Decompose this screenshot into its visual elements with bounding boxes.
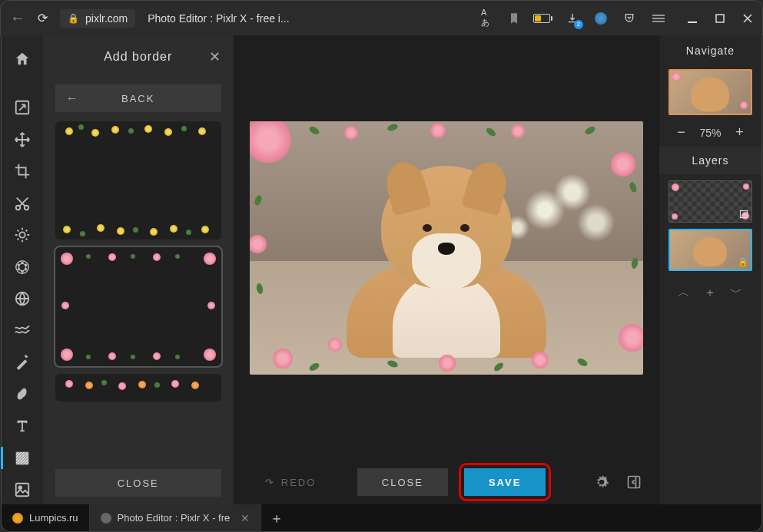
window-buttons [687, 13, 753, 24]
layers-list: 🔒 [659, 174, 761, 277]
navigate-header: Navigate [659, 35, 761, 66]
url-host: pixlr.com [85, 12, 128, 25]
reload-icon[interactable]: ⟳ [38, 11, 48, 25]
layer-image[interactable]: 🔒 [668, 229, 752, 271]
panel-close-label: CLOSE [118, 477, 159, 489]
tool-arrange[interactable] [7, 125, 38, 154]
tab-2-favicon [101, 513, 111, 524]
border-preset-3[interactable] [55, 374, 221, 401]
border-preset-2[interactable] [55, 247, 221, 365]
download-icon[interactable]: 2 [566, 12, 579, 25]
settings-icon[interactable] [592, 473, 611, 491]
pocket-icon[interactable] [622, 12, 636, 25]
tool-add-image[interactable] [7, 475, 38, 504]
svg-point-11 [22, 262, 23, 263]
svg-rect-22 [628, 477, 639, 488]
photo-subject [339, 158, 554, 358]
back-nav-icon[interactable]: ← [10, 9, 25, 27]
back-arrow-icon: ← [66, 91, 80, 105]
left-toolbar [2, 35, 43, 504]
tool-effect[interactable] [7, 284, 38, 313]
layer-lock-icon[interactable]: 🔒 [738, 256, 748, 267]
tool-retouch[interactable] [7, 348, 38, 377]
back-label: BACK [121, 93, 154, 104]
menu-icon[interactable] [652, 12, 665, 25]
svg-rect-4 [716, 15, 724, 22]
border-preset-1[interactable] [55, 121, 221, 240]
canvas-footer: ↷ REDO CLOSE SAVE [234, 460, 659, 504]
border-list [43, 118, 234, 461]
svg-rect-20 [16, 484, 29, 497]
layers-label: Layers [692, 154, 728, 167]
tool-crop[interactable] [7, 157, 38, 186]
tab-1-favicon [12, 513, 23, 524]
tool-liquify[interactable] [7, 316, 38, 345]
save-highlight: SAVE [459, 463, 551, 501]
zoom-controls: − 75% + [659, 118, 761, 147]
svg-rect-2 [652, 21, 665, 21]
tool-cut[interactable] [7, 189, 38, 218]
svg-rect-0 [652, 15, 665, 15]
url-box[interactable]: 🔒 pixlr.com [60, 9, 135, 28]
navigate-thumbnail[interactable] [668, 69, 752, 115]
tool-text[interactable] [7, 411, 38, 441]
minimize-icon[interactable] [687, 13, 698, 24]
svg-point-12 [25, 264, 26, 266]
tab-2-label: Photo Editor : Pixlr X - fre [118, 512, 231, 524]
canvas [250, 121, 643, 375]
globe-icon[interactable] [595, 12, 607, 25]
panel-footer: CLOSE [43, 461, 234, 504]
right-panel: Navigate − 75% + Layers 🔒 [659, 35, 761, 504]
panel-close-icon[interactable]: ✕ [209, 48, 221, 65]
layer-visibility-icon[interactable] [738, 209, 749, 220]
tool-open[interactable] [7, 93, 38, 122]
tool-adjust[interactable] [7, 220, 38, 249]
canvas-close-label: CLOSE [382, 477, 423, 488]
footer-right-icons [592, 473, 643, 491]
svg-point-21 [18, 487, 22, 490]
layer-up-icon[interactable]: ︿ [678, 285, 690, 301]
browser-toolbar: ← ⟳ 🔒 pixlr.com Photo Editor : Pixlr X -… [0, 0, 763, 35]
tab-close-icon[interactable]: ✕ [241, 512, 250, 524]
layer-border[interactable] [668, 180, 752, 223]
panel-close-button[interactable]: CLOSE [55, 469, 221, 497]
collapse-panel-icon[interactable] [625, 473, 643, 491]
translate-icon[interactable]: Aあ [481, 12, 495, 25]
layers-header: Layers [659, 147, 761, 174]
redo-icon: ↷ [265, 477, 275, 488]
new-tab-button[interactable]: ＋ [261, 504, 292, 531]
save-button[interactable]: SAVE [464, 468, 546, 496]
canvas-close-button[interactable]: CLOSE [357, 468, 448, 496]
tool-filter[interactable] [7, 253, 38, 282]
tool-draw[interactable] [7, 380, 38, 409]
panel-title: Add border [104, 50, 172, 64]
svg-point-16 [18, 264, 19, 266]
layer-add-icon[interactable]: ＋ [704, 285, 716, 301]
browser-tabs: Lumpics.ru Photo Editor : Pixlr X - fre … [1, 504, 762, 532]
close-window-icon[interactable] [742, 13, 753, 24]
app-body: Add border ✕ ← BACK [1, 35, 762, 504]
zoom-out-button[interactable]: − [673, 124, 688, 140]
bookmark-icon[interactable] [507, 12, 521, 25]
canvas-area: ↷ REDO CLOSE SAVE [234, 35, 659, 504]
browser-right-icons: 2 [533, 12, 753, 25]
back-button[interactable]: ← BACK [55, 84, 221, 112]
side-panel: Add border ✕ ← BACK [43, 35, 234, 504]
svg-rect-19 [16, 451, 29, 464]
tab-1-label: Lumpics.ru [29, 512, 78, 524]
svg-point-8 [19, 232, 25, 237]
save-label: SAVE [489, 477, 521, 488]
zoom-in-button[interactable]: + [731, 124, 747, 140]
download-badge: 2 [574, 20, 583, 29]
layer-down-icon[interactable]: ﹀ [730, 285, 742, 301]
panel-header: Add border ✕ [43, 35, 234, 78]
canvas-viewport[interactable] [234, 35, 659, 460]
zoom-value: 75% [699, 127, 721, 139]
tool-home[interactable] [7, 45, 38, 74]
tool-border[interactable] [7, 444, 38, 473]
svg-rect-1 [652, 18, 665, 18]
tab-2[interactable]: Photo Editor : Pixlr X - fre ✕ [90, 504, 262, 531]
tab-1[interactable]: Lumpics.ru [2, 504, 90, 531]
maximize-icon[interactable] [715, 13, 725, 24]
redo-button[interactable]: ↷ REDO [265, 477, 317, 488]
